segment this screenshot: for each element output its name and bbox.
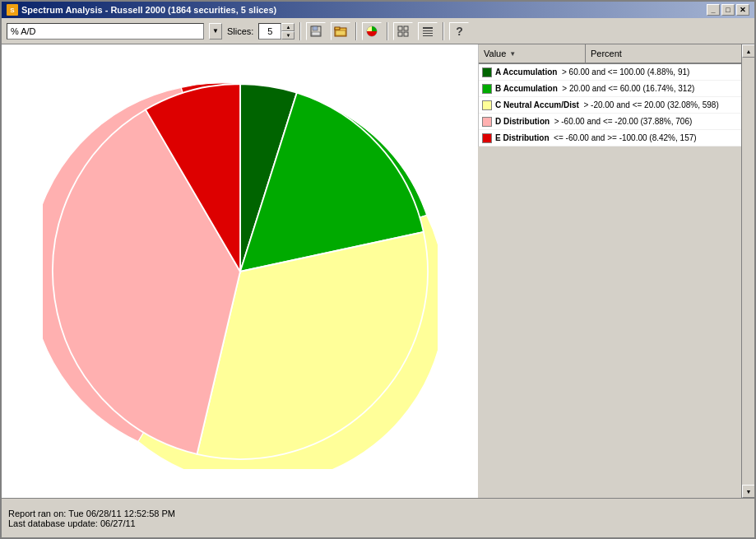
legend-percent-header[interactable]: Percent <box>586 44 741 63</box>
maximize-button[interactable]: □ <box>721 4 735 16</box>
legend-color-box <box>482 100 492 110</box>
legend-item-text: D Distribution > -60.00 and <= -20.00 (3… <box>495 116 692 127</box>
toolbar-separator-2 <box>355 22 357 40</box>
scroll-up-button[interactable]: ▲ <box>742 44 754 58</box>
legend-row: C Neutral Accum/Dist > -20.00 and <= 20.… <box>479 97 741 114</box>
app-icon: S <box>7 4 18 16</box>
svg-rect-1 <box>313 26 318 30</box>
legend-item-text: E Distribution <= -60.00 and >= -100.00 … <box>495 132 697 143</box>
open-button[interactable] <box>331 22 350 40</box>
pie-chart-button[interactable] <box>362 22 382 40</box>
legend-color-box <box>482 133 492 143</box>
report-ran-text: Report ran on: Tue 06/28/11 12:52:58 PM <box>8 509 748 518</box>
toolbar-separator-4 <box>443 22 444 40</box>
legend-item-text: A Accumulation > 60.00 and <= 100.00 (4.… <box>495 67 689 77</box>
svg-rect-13 <box>423 33 433 34</box>
window-title: Spectrum Analysis - Russell 2000 (1864 s… <box>21 5 276 15</box>
svg-rect-8 <box>404 26 408 30</box>
legend-row: A Accumulation > 60.00 and <= 100.00 (4.… <box>479 64 741 81</box>
title-bar-left: S Spectrum Analysis - Russell 2000 (1864… <box>7 4 276 16</box>
help-button[interactable]: ? <box>449 22 469 40</box>
legend-color-box <box>482 84 492 94</box>
toolbar-separator-1 <box>299 22 301 40</box>
dropdown-arrow[interactable]: ▼ <box>209 23 222 39</box>
legend-header: Value ▼ Percent <box>479 44 741 64</box>
svg-rect-12 <box>423 30 433 31</box>
content-area <box>2 44 478 498</box>
legend-row: D Distribution > -60.00 and <= -20.00 (3… <box>479 114 741 130</box>
slices-label: Slices: <box>227 26 253 36</box>
legend-value-header[interactable]: Value ▼ <box>479 44 586 63</box>
title-buttons: _ □ ✕ <box>707 4 749 16</box>
help-icon: ? <box>456 25 463 38</box>
title-bar: S Spectrum Analysis - Russell 2000 (1864… <box>2 2 754 18</box>
svg-rect-5 <box>336 30 346 35</box>
svg-rect-9 <box>398 32 402 36</box>
pie-chart <box>43 74 438 469</box>
legend-color-box <box>482 117 492 127</box>
slices-input[interactable]: 5 <box>258 23 281 39</box>
pie-chart-svg <box>43 74 438 469</box>
sort-icon: ▼ <box>509 50 516 58</box>
legend-item-text: C Neutral Accum/Dist > -20.00 and <= 20.… <box>495 100 719 110</box>
scroll-track[interactable] <box>742 58 754 485</box>
chart-area <box>2 44 478 498</box>
legend-color-box <box>482 67 492 77</box>
spin-up-button[interactable]: ▲ <box>281 23 295 31</box>
table-button[interactable] <box>418 22 438 40</box>
minimize-button[interactable]: _ <box>707 4 720 16</box>
legend-rows: A Accumulation > 60.00 and <= 100.00 (4.… <box>479 64 741 146</box>
legend-item-text: B Accumulation > 20.00 and <= 60.00 (16.… <box>495 83 694 94</box>
legend-row: B Accumulation > 20.00 and <= 60.00 (16.… <box>479 81 741 97</box>
spin-down-button[interactable]: ▼ <box>281 31 295 39</box>
dropdown-value: % A/D <box>11 26 36 36</box>
main-window: S Spectrum Analysis - Russell 2000 (1864… <box>0 0 756 539</box>
save-button[interactable] <box>306 22 326 40</box>
legend-row: E Distribution <= -60.00 and >= -100.00 … <box>479 130 741 146</box>
svg-rect-14 <box>423 35 433 36</box>
svg-rect-10 <box>404 32 408 36</box>
svg-rect-2 <box>312 32 320 35</box>
toolbar: % A/D ▼ Slices: 5 ▲ ▼ <box>2 18 754 44</box>
scrollbar-y[interactable]: ▲ ▼ <box>741 44 754 498</box>
slices-spinner: ▲ ▼ <box>281 23 295 39</box>
status-bar: Report ran on: Tue 06/28/11 12:52:58 PM … <box>2 498 754 537</box>
toolbar-separator-3 <box>387 22 388 40</box>
svg-rect-11 <box>423 27 433 29</box>
close-button[interactable]: ✕ <box>736 4 749 16</box>
scroll-down-button[interactable]: ▼ <box>742 485 754 498</box>
svg-rect-4 <box>335 27 340 30</box>
legend-area: Value ▼ Percent A Accumulation > 60.00 a… <box>478 44 741 146</box>
grid-button[interactable] <box>393 22 413 40</box>
last-update-text: Last database update: 06/27/11 <box>8 518 748 528</box>
svg-rect-7 <box>398 26 402 30</box>
metric-dropdown[interactable]: % A/D <box>7 23 204 39</box>
